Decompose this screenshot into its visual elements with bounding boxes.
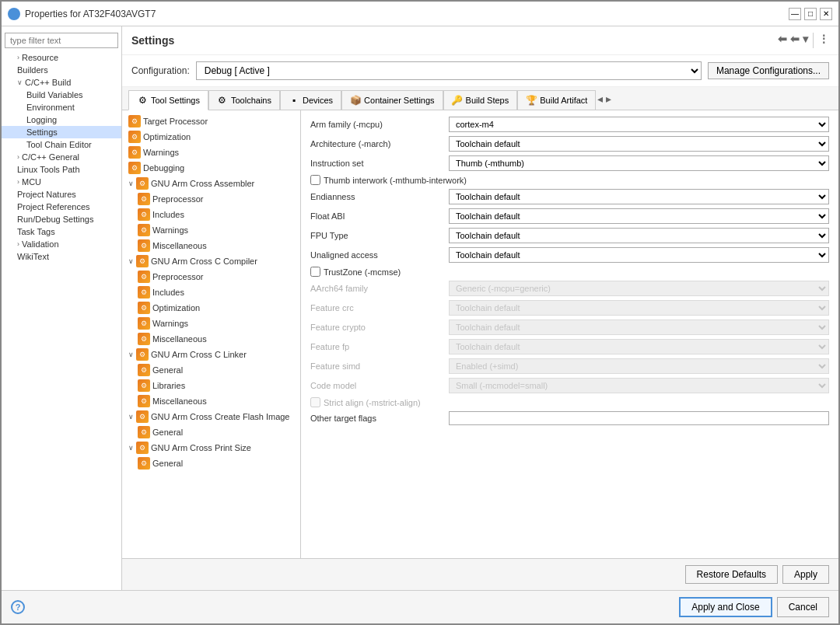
- trustzone-label: TrustZone (-mcmse): [324, 267, 401, 277]
- window-controls: — □ ✕: [789, 8, 832, 20]
- compiler-warnings-icon: ⚙: [138, 317, 150, 330]
- fpu-type-select[interactable]: Toolchain default: [449, 228, 829, 243]
- tab-build-artifact[interactable]: 🏆 Build Artifact: [517, 90, 596, 110]
- gnu-c-linker-icon: ⚙: [136, 348, 149, 361]
- endianness-row: Endianness Toolchain default: [310, 189, 829, 204]
- dropdown-icon[interactable]: ▾: [803, 33, 808, 48]
- tree-item-linux-tools-path[interactable]: Linux Tools Path: [2, 163, 121, 176]
- tool-node-gnu-flash[interactable]: ∨ ⚙ GNU Arm Cross Create Flash Image: [125, 409, 297, 424]
- tree-item-project-references[interactable]: Project References: [2, 201, 121, 213]
- gnu-c-compiler-arrow: ∨: [128, 257, 134, 265]
- config-select[interactable]: Debug [ Active ]: [196, 61, 702, 80]
- content-area: ⚙ Target Processor ⚙ Optimization ⚙ Warn…: [122, 110, 838, 558]
- tool-node-print-general[interactable]: ⚙ General: [125, 456, 297, 471]
- tool-node-gnu-c-linker[interactable]: ∨ ⚙ GNU Arm Cross C Linker: [125, 347, 297, 362]
- tool-node-debugging[interactable]: ⚙ Debugging: [125, 160, 297, 176]
- tab-devices[interactable]: ▪ Devices: [280, 90, 341, 110]
- trustzone-checkbox[interactable]: TrustZone (-mcmse): [310, 267, 401, 277]
- config-label: Configuration:: [131, 65, 190, 76]
- target-processor-icon: ⚙: [128, 115, 141, 127]
- tool-node-compiler-optimization[interactable]: ⚙ Optimization: [125, 300, 297, 316]
- architecture-select[interactable]: Toolchain default: [449, 136, 829, 152]
- apply-button[interactable]: Apply: [782, 565, 829, 584]
- maximize-button[interactable]: □: [804, 8, 817, 20]
- restore-defaults-button[interactable]: Restore Defaults: [685, 565, 778, 584]
- feature-crc-row: Feature crc Toolchain default: [310, 300, 829, 316]
- title-bar: Properties for AT32F403AVGT7 — □ ✕: [2, 2, 838, 26]
- menu-icon[interactable]: ⋮: [818, 33, 829, 48]
- gnu-c-compiler-icon: ⚙: [136, 255, 149, 267]
- tree-item-logging[interactable]: Logging: [2, 113, 121, 126]
- arm-family-select[interactable]: cortex-m4: [449, 117, 829, 132]
- tool-node-linker-libraries[interactable]: ⚙ Libraries: [125, 378, 297, 393]
- back-icon[interactable]: ⬅: [778, 33, 787, 48]
- trustzone-input[interactable]: [310, 267, 320, 277]
- apply-and-close-button[interactable]: Apply and Close: [679, 597, 772, 617]
- tree-item-cpp-build[interactable]: ∨ C/C++ Build: [2, 76, 121, 89]
- thumb-interwork-row: Thumb interwork (-mthumb-interwork): [310, 175, 829, 185]
- tool-node-gnu-assembler[interactable]: ∨ ⚙ GNU Arm Cross Assembler: [125, 176, 297, 191]
- help-button[interactable]: ?: [11, 600, 25, 614]
- tree-item-resource[interactable]: › Resource: [2, 51, 121, 64]
- minimize-button[interactable]: —: [789, 8, 801, 20]
- manage-configurations-button[interactable]: Manage Configurations...: [708, 62, 829, 79]
- feature-fp-row: Feature fp Toolchain default: [310, 339, 829, 354]
- tool-node-compiler-preprocessor[interactable]: ⚙ Preprocessor: [125, 269, 297, 285]
- tree-item-project-natures[interactable]: Project Natures: [2, 188, 121, 201]
- optimization-icon: ⚙: [128, 131, 141, 143]
- tree-item-cpp-general[interactable]: › C/C++ General: [2, 151, 121, 163]
- tool-node-linker-general[interactable]: ⚙ General: [125, 362, 297, 378]
- other-flags-row: Other target flags: [310, 411, 829, 425]
- tool-node-gnu-c-compiler[interactable]: ∨ ⚙ GNU Arm Cross C Compiler: [125, 253, 297, 269]
- tree-item-validation[interactable]: › Validation: [2, 238, 121, 250]
- other-flags-input[interactable]: [449, 411, 829, 425]
- build-steps-icon: 🔑: [452, 95, 463, 106]
- tree-item-environment[interactable]: Environment: [2, 101, 121, 113]
- tool-node-compiler-includes[interactable]: ⚙ Includes: [125, 285, 297, 300]
- tool-node-assembler-preprocessor[interactable]: ⚙ Preprocessor: [125, 191, 297, 207]
- tool-node-compiler-warnings[interactable]: ⚙ Warnings: [125, 316, 297, 331]
- tree-item-wikitext[interactable]: WikiText: [2, 250, 121, 263]
- unaligned-access-select[interactable]: Toolchain default: [449, 247, 829, 263]
- endianness-select[interactable]: Toolchain default: [449, 189, 829, 204]
- tree-item-toolchain-editor[interactable]: Tool Chain Editor: [2, 138, 121, 151]
- arm-family-label: Arm family (-mcpu): [310, 120, 443, 129]
- feature-crypto-label: Feature crypto: [310, 323, 443, 332]
- tree-item-build-variables[interactable]: Build Variables: [2, 89, 121, 101]
- tool-node-assembler-misc[interactable]: ⚙ Miscellaneous: [125, 238, 297, 253]
- tabs-scroll-right[interactable]: ▸: [604, 87, 613, 110]
- gnu-flash-icon: ⚙: [136, 410, 149, 423]
- tool-node-warnings[interactable]: ⚙ Warnings: [125, 145, 297, 160]
- tab-toolchains[interactable]: ⚙ Toolchains: [208, 90, 280, 110]
- feature-crc-label: Feature crc: [310, 303, 443, 312]
- tool-node-gnu-print-size[interactable]: ∨ ⚙ GNU Arm Cross Print Size: [125, 440, 297, 456]
- footer-bar: ? Apply and Close Cancel: [2, 590, 838, 623]
- window-title: Properties for AT32F403AVGT7: [25, 9, 784, 19]
- tool-node-optimization[interactable]: ⚙ Optimization: [125, 129, 297, 145]
- close-button[interactable]: ✕: [820, 8, 832, 20]
- float-abi-select[interactable]: Toolchain default: [449, 208, 829, 224]
- tree-item-builders[interactable]: Builders: [2, 64, 121, 76]
- gnu-assembler-icon: ⚙: [136, 177, 149, 190]
- tree-item-settings[interactable]: Settings: [2, 126, 121, 138]
- tree-item-task-tags[interactable]: Task Tags: [2, 225, 121, 238]
- tool-node-flash-general[interactable]: ⚙ General: [125, 424, 297, 440]
- tabs-scroll-left[interactable]: ◂: [596, 87, 604, 110]
- thumb-interwork-checkbox[interactable]: Thumb interwork (-mthumb-interwork): [310, 175, 467, 185]
- instruction-set-select[interactable]: Thumb (-mthumb): [449, 155, 829, 171]
- tool-node-compiler-misc[interactable]: ⚙ Miscellaneous: [125, 331, 297, 347]
- tab-container-settings[interactable]: 📦 Container Settings: [341, 90, 443, 110]
- thumb-interwork-input[interactable]: [310, 175, 320, 185]
- tool-node-assembler-includes[interactable]: ⚙ Includes: [125, 207, 297, 222]
- tab-build-steps[interactable]: 🔑 Build Steps: [443, 90, 518, 110]
- tree-item-run-debug[interactable]: Run/Debug Settings: [2, 213, 121, 225]
- tree-item-mcu[interactable]: › MCU: [2, 176, 121, 188]
- filter-input[interactable]: [5, 33, 118, 48]
- cancel-button[interactable]: Cancel: [777, 597, 829, 617]
- tool-node-target-processor[interactable]: ⚙ Target Processor: [125, 113, 297, 129]
- tab-tool-settings[interactable]: ⚙ Tool Settings: [128, 90, 208, 110]
- tool-node-assembler-warnings[interactable]: ⚙ Warnings: [125, 222, 297, 238]
- tool-node-linker-misc[interactable]: ⚙ Miscellaneous: [125, 393, 297, 409]
- forward-icon[interactable]: ⬅: [790, 33, 800, 48]
- settings-title: Settings: [131, 34, 174, 47]
